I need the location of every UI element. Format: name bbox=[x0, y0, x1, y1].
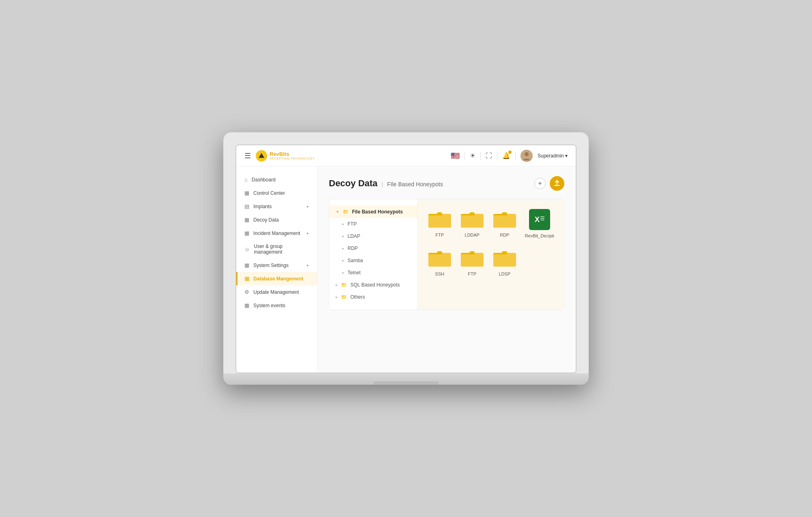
app: ☰ RevBits DECEPTION TECHNOLOGY bbox=[236, 145, 576, 373]
tree-folder-file-based: 📁 bbox=[343, 209, 349, 215]
decoy-data-icon: ▦ bbox=[244, 217, 249, 223]
tree-folder-sql: 📁 bbox=[341, 282, 347, 288]
incident-chevron: ▸ bbox=[307, 231, 309, 235]
file-label-revbit: RevBit_Decipti bbox=[525, 233, 554, 238]
sidebar-label-incident: Incident Management bbox=[253, 230, 300, 236]
system-settings-chevron: ▸ bbox=[307, 263, 309, 267]
expand-icon[interactable]: ⛶ bbox=[486, 152, 492, 159]
svg-rect-16 bbox=[461, 254, 484, 267]
database-icon: ▦ bbox=[244, 276, 249, 282]
page-actions: + bbox=[534, 176, 564, 191]
page-header: Decoy Data FIle Based Honeypots + bbox=[329, 176, 564, 191]
sidebar-label-system-settings: System Settings bbox=[253, 263, 289, 268]
sidebar-item-update-management[interactable]: ⚙ Update Management bbox=[236, 285, 317, 299]
page-area: Decoy Data FIle Based Honeypots + bbox=[317, 166, 576, 373]
topbar-divider-3 bbox=[497, 152, 497, 160]
page-title: Decoy Data bbox=[329, 178, 378, 189]
file-item-ftp[interactable]: FTP bbox=[428, 209, 452, 238]
sidebar-label-system-events: System events bbox=[253, 303, 285, 308]
avatar bbox=[520, 150, 533, 162]
sidebar-item-decoy-data[interactable]: ▦ Decoy Data bbox=[236, 213, 317, 226]
incident-icon: ▦ bbox=[244, 230, 249, 236]
file-item-ldsp[interactable]: LDSP bbox=[492, 248, 517, 276]
system-events-icon: ▦ bbox=[244, 302, 249, 308]
export-button[interactable] bbox=[550, 176, 564, 191]
tree-label-sql: SQL Based Honeypots bbox=[350, 282, 400, 288]
file-item-lddap[interactable]: LDDAP bbox=[460, 209, 484, 238]
svg-rect-8 bbox=[493, 215, 516, 228]
sidebar-item-user-group[interactable]: ☺ User & group management bbox=[236, 240, 317, 258]
implants-chevron: ▸ bbox=[307, 204, 309, 209]
tree-arrow-rdp: ▸ bbox=[342, 246, 344, 250]
topbar-left: ☰ RevBits DECEPTION TECHNOLOGY bbox=[244, 150, 315, 162]
brightness-icon[interactable]: ☀ bbox=[470, 152, 475, 159]
file-label-ssh: SSH bbox=[435, 271, 445, 276]
laptop-frame: ☰ RevBits DECEPTION TECHNOLOGY bbox=[223, 132, 589, 385]
tree-item-others[interactable]: ▸ 📁 Others bbox=[329, 291, 417, 303]
tree-arrow-ftp: ▸ bbox=[342, 222, 344, 226]
sidebar-item-system-settings[interactable]: ▦ System Settings ▸ bbox=[236, 258, 317, 272]
tree-item-ldap[interactable]: ▸ LDAP bbox=[329, 230, 417, 242]
sidebar-label-decoy-data: Decoy Data bbox=[253, 217, 279, 223]
tree-panel: ▼ 📁 File Based Honeypots ▸ FTP ▸ LDAP bbox=[329, 199, 418, 310]
svg-rect-10 bbox=[540, 216, 544, 217]
tree-item-sql-based[interactable]: ▸ 📁 SQL Based Honeypots bbox=[329, 279, 417, 291]
tree-label-ldap: LDAP bbox=[348, 233, 360, 239]
page-title-area: Decoy Data FIle Based Honeypots bbox=[329, 178, 443, 189]
update-icon: ⚙ bbox=[244, 289, 249, 295]
svg-rect-11 bbox=[540, 218, 544, 219]
logo-sub: DECEPTION TECHNOLOGY bbox=[270, 157, 315, 160]
add-button[interactable]: + bbox=[534, 178, 546, 189]
sidebar-label-database: Database Mangement bbox=[253, 276, 303, 282]
tree-item-samba[interactable]: ▸ Samba bbox=[329, 254, 417, 267]
tree-folder-others: 📁 bbox=[341, 294, 347, 300]
content-panel: ▼ 📁 File Based Honeypots ▸ FTP ▸ LDAP bbox=[329, 199, 564, 310]
svg-marker-0 bbox=[259, 153, 264, 158]
hamburger-icon[interactable]: ☰ bbox=[244, 151, 251, 160]
sidebar-label-update: Update Management bbox=[253, 289, 299, 295]
sidebar-item-incident-management[interactable]: ▦ Incident Management ▸ bbox=[236, 226, 317, 240]
flag-icon: 🇺🇸 bbox=[451, 151, 460, 160]
tree-item-rdp[interactable]: ▸ RDP bbox=[329, 242, 417, 254]
control-center-icon: ▦ bbox=[244, 190, 249, 196]
file-item-revbit[interactable]: X RevBit_Decipti bbox=[525, 209, 554, 238]
tree-item-telnet[interactable]: ▸ Telnet bbox=[329, 267, 417, 279]
file-item-ftp2[interactable]: FTP bbox=[460, 248, 484, 276]
svg-text:X: X bbox=[535, 215, 540, 224]
laptop-base bbox=[223, 373, 589, 385]
file-panel: FTP LDDAP bbox=[418, 199, 564, 310]
topbar-divider-2 bbox=[480, 152, 481, 160]
svg-rect-6 bbox=[461, 215, 484, 228]
excel-icon: X bbox=[529, 209, 550, 230]
tree-arrow-telnet: ▸ bbox=[342, 271, 344, 275]
tree-label-samba: Samba bbox=[348, 258, 363, 263]
tree-label-others: Others bbox=[350, 294, 365, 300]
logo-main: RevBits bbox=[270, 151, 315, 157]
svg-rect-14 bbox=[428, 254, 451, 267]
logo-rev: Rev bbox=[270, 151, 279, 157]
sidebar-label-implants: Implants bbox=[253, 204, 272, 209]
logo-icon bbox=[256, 150, 267, 162]
user-group-icon: ☺ bbox=[244, 246, 250, 252]
sidebar-item-implants[interactable]: ▤ Implants ▸ bbox=[236, 200, 317, 213]
file-item-ssh[interactable]: SSH bbox=[428, 248, 452, 276]
sidebar-item-database-management[interactable]: ▦ Database Mangement bbox=[236, 272, 317, 285]
file-label-lddap: LDDAP bbox=[465, 233, 480, 237]
notification-bell[interactable]: 🔔 bbox=[502, 152, 510, 159]
topbar-right: 🇺🇸 ☀ ⛶ 🔔 bbox=[451, 150, 568, 162]
user-label[interactable]: Superadmin ▾ bbox=[538, 153, 568, 159]
sidebar-item-system-events[interactable]: ▦ System events bbox=[236, 299, 317, 312]
sidebar-item-dashboard[interactable]: ⌂ Dashboard bbox=[236, 173, 317, 186]
tree-item-file-based[interactable]: ▼ 📁 File Based Honeypots bbox=[329, 206, 417, 218]
tree-label-ftp: FTP bbox=[348, 221, 357, 227]
topbar-divider bbox=[464, 152, 465, 160]
tree-item-ftp[interactable]: ▸ FTP bbox=[329, 218, 417, 230]
system-settings-icon: ▦ bbox=[244, 262, 249, 268]
sidebar-item-control-center[interactable]: ▦ Control Center bbox=[236, 186, 317, 200]
topbar: ☰ RevBits DECEPTION TECHNOLOGY bbox=[236, 145, 576, 166]
sidebar-label-control-center: Control Center bbox=[253, 190, 285, 196]
tree-arrow-file-based: ▼ bbox=[336, 210, 339, 214]
tree-arrow-samba: ▸ bbox=[342, 258, 344, 263]
file-item-rdp[interactable]: RDP bbox=[492, 209, 517, 238]
logo: RevBits DECEPTION TECHNOLOGY bbox=[256, 150, 315, 162]
